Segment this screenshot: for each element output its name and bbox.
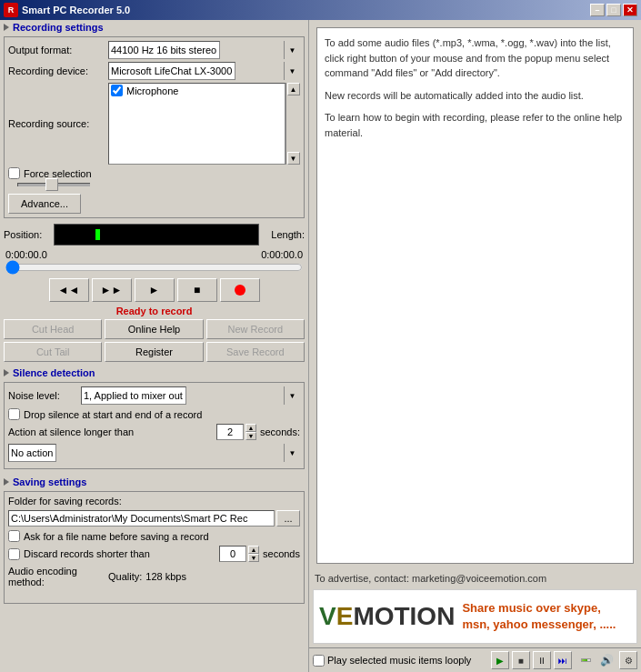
bottom-stop-button[interactable]: ■ — [512, 651, 530, 669]
bottom-pause-button[interactable]: ⏸ — [533, 651, 551, 669]
recording-source-label: Recording source: — [8, 118, 108, 129]
info-text-area: To add some audio files (*.mp3, *.wma, *… — [316, 27, 634, 564]
bottom-bar: Play selected music items looply ▶ ■ ⏸ ⏭… — [309, 647, 641, 672]
discard-unit-label: seconds — [263, 548, 300, 559]
discard-short-label: Discard records shorter than — [24, 548, 219, 559]
waveform-line — [95, 229, 100, 240]
no-action-row: No action ▼ — [8, 444, 300, 462]
noise-level-row: Noise level: 1, Applied to mixer out ▼ — [8, 386, 300, 405]
length-time: 0:00:00.0 — [248, 249, 303, 260]
volume-slider-thumb[interactable] — [45, 178, 58, 191]
discard-short-row: Discard records shorter than ▲ ▼ seconds — [8, 546, 300, 562]
action-buttons-row1: Cut Head Online Help New Record — [4, 319, 305, 339]
save-record-button[interactable]: Save Record — [206, 342, 305, 362]
bottom-play-controls: ▶ ■ ⏸ ⏭ — [491, 651, 572, 669]
saving-spacer — [8, 590, 300, 599]
register-button[interactable]: Register — [105, 342, 203, 362]
recording-settings-header: Recording settings — [13, 22, 104, 33]
drop-silence-checkbox[interactable] — [8, 408, 20, 420]
source-scroll-up-button[interactable]: ▲ — [287, 83, 300, 95]
record-button[interactable] — [220, 278, 260, 302]
silence-seconds-down-button[interactable]: ▼ — [245, 432, 256, 440]
ask-filename-label: Ask for a file name before saving a reco… — [24, 531, 209, 542]
encoding-label: Audio encoding method: — [8, 566, 108, 587]
window-controls: – □ ✕ — [590, 4, 637, 16]
microphone-checkbox[interactable] — [111, 85, 123, 96]
app-icon: R — [4, 3, 18, 17]
recording-device-wrapper: Microsoft LifeChat LX-3000 ▼ — [108, 62, 300, 80]
discard-value-input[interactable] — [219, 546, 246, 562]
progress-slider[interactable] — [5, 262, 303, 273]
rewind-button[interactable]: ◄◄ — [49, 278, 89, 302]
settings-button[interactable]: ⚙ — [619, 651, 637, 669]
noise-level-select[interactable]: 1, Applied to mixer out — [81, 386, 186, 405]
ad-text: Share music over skype, msn, yahoo messe… — [462, 600, 631, 633]
recording-device-row: Recording device: Microsoft LifeChat LX-… — [8, 62, 300, 80]
volume-slider-container — [8, 183, 300, 186]
recording-device-select[interactable]: Microsoft LifeChat LX-3000 — [108, 62, 235, 80]
window-title: Smart PC Recorder 5.0 — [22, 5, 590, 15]
info-para-1: To add some audio files (*.mp3, *.wma, *… — [325, 35, 626, 81]
source-scroll-down-button[interactable]: ▼ — [287, 152, 300, 165]
volume-slider-track[interactable] — [17, 183, 90, 186]
ask-filename-row: Ask for a file name before saving a reco… — [8, 530, 300, 542]
volume-track — [581, 658, 591, 662]
silence-section-triangle-icon — [4, 369, 9, 376]
noise-level-arrow-icon: ▼ — [284, 386, 300, 405]
action-buttons-row2: Cut Tail Register Save Record — [4, 342, 305, 362]
ask-filename-checkbox[interactable] — [8, 530, 20, 542]
transport-area: Position: Length: 0:00:00.0 0:00:00.0 ◄◄… — [4, 224, 305, 362]
no-action-arrow-icon: ▼ — [284, 444, 300, 462]
cut-tail-button[interactable]: Cut Tail — [4, 342, 102, 362]
output-format-select[interactable]: 44100 Hz 16 bits stereo — [108, 41, 220, 59]
new-record-button[interactable]: New Record — [206, 319, 305, 339]
volume-fill — [582, 659, 588, 661]
discard-down-button[interactable]: ▼ — [248, 554, 259, 562]
position-row: Position: Length: — [4, 224, 305, 246]
folder-label-row: Folder for saving records: — [8, 496, 300, 507]
folder-path-input[interactable] — [8, 510, 275, 527]
noise-level-label: Noise level: — [8, 390, 81, 401]
output-format-label: Output format: — [8, 45, 108, 55]
main-window: Recording settings Output format: 44100 … — [0, 20, 641, 672]
silence-detection-header: Silence detection — [13, 367, 95, 378]
bottom-skip-button[interactable]: ⏭ — [554, 651, 572, 669]
source-list[interactable]: Microphone — [108, 83, 285, 165]
recording-settings-box: Output format: 44100 Hz 16 bits stereo ▼… — [4, 36, 305, 218]
source-item-microphone: Microphone — [109, 84, 285, 97]
waveform-display — [54, 224, 259, 246]
quality-value: 128 kbps — [145, 571, 186, 582]
maximize-button[interactable]: □ — [606, 4, 621, 16]
no-action-select[interactable]: No action — [8, 444, 56, 462]
cut-head-button[interactable]: Cut Head — [4, 319, 102, 339]
progress-slider-container — [4, 262, 305, 275]
status-text: Ready to record — [4, 306, 305, 316]
force-selection-checkbox[interactable] — [8, 167, 20, 179]
forward-button[interactable]: ►► — [92, 278, 132, 302]
output-format-row: Output format: 44100 Hz 16 bits stereo ▼ — [8, 41, 300, 59]
discard-short-checkbox[interactable] — [8, 548, 20, 560]
recording-device-arrow-icon: ▼ — [284, 62, 300, 80]
advance-button[interactable]: Advance... — [8, 194, 81, 214]
discard-up-button[interactable]: ▲ — [248, 546, 259, 554]
silence-seconds-up-button[interactable]: ▲ — [245, 424, 256, 432]
minimize-button[interactable]: – — [590, 4, 605, 16]
silence-seconds-input[interactable] — [216, 424, 244, 440]
position-label: Position: — [4, 229, 54, 240]
stop-button[interactable]: ■ — [177, 278, 217, 302]
play-button[interactable]: ► — [135, 278, 175, 302]
bottom-play-button[interactable]: ▶ — [491, 651, 509, 669]
close-button[interactable]: ✕ — [623, 4, 637, 16]
ad-area: VEMOTION Share music over skype, msn, ya… — [313, 589, 637, 644]
browse-button[interactable]: ... — [276, 510, 300, 527]
ve-v-letter: V — [319, 602, 336, 630]
drop-silence-label: Drop silence at start and end of a recor… — [24, 409, 202, 420]
saving-section-triangle-icon — [4, 478, 9, 486]
force-selection-label: Force selection — [24, 168, 92, 179]
loop-checkbox[interactable] — [313, 655, 325, 667]
quality-label: Quality: — [108, 571, 142, 582]
online-help-button[interactable]: Online Help — [105, 319, 203, 339]
folder-path-row: ... — [8, 510, 300, 527]
silence-seconds-spinners: ▲ ▼ — [245, 424, 256, 440]
record-dot-icon — [235, 285, 245, 296]
